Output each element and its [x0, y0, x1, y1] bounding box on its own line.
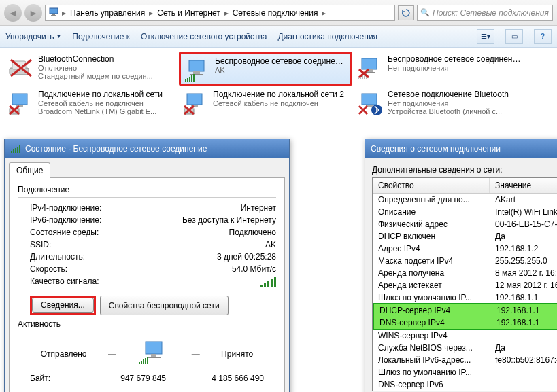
- svg-rect-1: [52, 14, 55, 15]
- sent-label: Отправлено: [41, 349, 87, 359]
- dialog-titlebar[interactable]: Сведения о сетевом подключении ✕: [365, 139, 557, 158]
- prop-cell: DNS-сервер IPv6: [373, 379, 490, 390]
- lan-icon: [7, 90, 34, 117]
- bytes-label: Байт:: [30, 374, 84, 383]
- table-row[interactable]: Адрес IPv4192.168.1.2: [373, 243, 557, 255]
- col-value[interactable]: Значение: [490, 178, 557, 193]
- nav-back-button[interactable]: ◄: [4, 4, 22, 22]
- nav-fwd-button[interactable]: ►: [24, 4, 42, 22]
- refresh-button[interactable]: [398, 5, 414, 20]
- table-row[interactable]: DNS-сервер IPv6: [373, 378, 557, 391]
- table-row[interactable]: Шлюз по умолчанию IP...192.168.1.1: [373, 291, 557, 304]
- crumb-connections[interactable]: Сетевые подключения: [231, 8, 320, 18]
- conn-bt-net[interactable]: Сетевое подключение Bluetooth Нет подклю…: [354, 87, 527, 121]
- diagnose-button[interactable]: Диагностика подключения: [277, 32, 377, 41]
- svg-rect-11: [187, 78, 188, 82]
- disable-device-button[interactable]: Отключение сетевого устройства: [141, 32, 267, 41]
- table-row[interactable]: DHCP включенДа: [373, 230, 557, 243]
- wifi-properties-button[interactable]: Свойства беспроводной сети: [100, 296, 229, 315]
- svg-rect-0: [50, 8, 58, 14]
- signal-label: Качество сигнала:: [30, 277, 99, 287]
- table-row[interactable]: Локальный IPv6-адрес...fe80::b502:8167:4…: [373, 354, 557, 366]
- svg-rect-45: [146, 342, 162, 354]
- conn-wifi-2[interactable]: Беспроводное сетевое соединение 2 Нет по…: [354, 52, 527, 86]
- group-activity: Активность: [18, 319, 276, 329]
- svg-rect-46: [151, 354, 156, 357]
- table-row[interactable]: DNS-сервер IPv4192.168.1.1: [374, 317, 557, 329]
- svg-rect-7: [189, 60, 204, 71]
- dialog-title: Состояние - Беспроводное сетевое соедине…: [25, 144, 207, 154]
- svg-rect-8: [193, 71, 200, 74]
- prop-cell: Аренда получена: [373, 268, 490, 279]
- bytes-sent: 947 679 845: [84, 374, 166, 383]
- conn-lan-2[interactable]: Подключение по локальной сети 2 Сетевой …: [179, 87, 352, 121]
- prop-cell: DNS-сервер IPv4: [374, 317, 491, 328]
- svg-rect-49: [141, 361, 142, 364]
- breadcrumb[interactable]: ▸ Панель управления ▸ Сеть и Интернет ▸ …: [45, 5, 395, 21]
- svg-rect-13: [191, 75, 192, 82]
- svg-rect-9: [190, 74, 203, 75]
- conn-status: Нет подключения: [388, 64, 524, 72]
- table-row[interactable]: Маска подсети IPv4255.255.255.0: [373, 255, 557, 267]
- conn-lan[interactable]: Подключение по локальной сети Сетевой ка…: [4, 87, 178, 121]
- table-row[interactable]: ОписаниеIntel(R) WiFi Link 5150: [373, 206, 557, 218]
- organize-menu[interactable]: Упорядочить▼: [5, 32, 61, 41]
- svg-rect-51: [145, 358, 146, 364]
- conn-bluetooth[interactable]: BluetoothConnection Отключено Стандартны…: [4, 52, 178, 86]
- duration-value: 3 дней 00:25:28: [217, 252, 276, 262]
- prop-cell: Физический адрес: [373, 219, 490, 230]
- val-cell: Да: [490, 231, 557, 242]
- svg-rect-41: [13, 149, 14, 153]
- chevron-right-icon: ▸: [62, 8, 66, 18]
- crumb-network[interactable]: Сеть и Интернет: [156, 8, 221, 18]
- bytes-recv: 4 185 666 490: [166, 374, 264, 383]
- help-button[interactable]: ?: [534, 29, 552, 44]
- chevron-right-icon: ▸: [224, 8, 229, 18]
- preview-pane-button[interactable]: ▭: [505, 29, 523, 44]
- table-row[interactable]: Определенный для по...AKart: [373, 194, 557, 206]
- val-cell: 192.168.1.1: [490, 292, 557, 303]
- status-dialog: Состояние - Беспроводное сетевое соедине…: [4, 139, 290, 392]
- chevron-right-icon: ▸: [322, 8, 326, 18]
- svg-rect-52: [147, 357, 148, 364]
- tab-general[interactable]: Общие: [9, 162, 50, 178]
- prop-cell: Описание: [373, 207, 490, 217]
- val-cell: 12 мая 2012 г. 16:39:25: [490, 280, 557, 291]
- val-cell: [490, 379, 557, 390]
- conn-wifi[interactable]: Беспроводное сетевое соединение AK: [179, 52, 352, 86]
- svg-rect-35: [362, 94, 377, 105]
- conn-name: Беспроводное сетевое соединение: [215, 56, 348, 66]
- conn-device: Стандартный модем по соедин...: [38, 72, 175, 80]
- table-row[interactable]: Аренда истекает12 мая 2012 г. 16:39:25: [373, 279, 557, 291]
- conn-name: BluetoothConnection: [38, 54, 175, 64]
- val-cell: Intel(R) WiFi Link 5150: [490, 207, 557, 217]
- conn-name: Подключение по локальной сети 2: [213, 90, 350, 99]
- svg-rect-14: [193, 74, 195, 82]
- val-cell: Да: [490, 342, 557, 353]
- connect-to-button[interactable]: Подключение к: [72, 32, 130, 41]
- ipv4-label: IPv4-подключение:: [30, 203, 101, 213]
- col-property[interactable]: Свойство: [373, 178, 490, 193]
- table-row[interactable]: DHCP-сервер IPv4192.168.1.1: [374, 304, 557, 317]
- table-row[interactable]: Аренда получена8 мая 2012 г. 16:53:55: [373, 267, 557, 279]
- dialog-titlebar[interactable]: Состояние - Беспроводное сетевое соедине…: [5, 139, 289, 158]
- search-input[interactable]: Поиск: Сетевые подключения: [417, 5, 553, 21]
- table-row[interactable]: Физический адрес00-16-EB-15-C7-5C: [373, 218, 557, 230]
- val-cell: 8 мая 2012 г. 16:53:55: [490, 268, 557, 279]
- conn-status: Отключено: [38, 64, 175, 72]
- view-mode-button[interactable]: ☰▾: [477, 29, 494, 44]
- table-row[interactable]: WINS-сервер IPv4: [373, 329, 557, 342]
- svg-rect-12: [189, 77, 190, 82]
- svg-rect-48: [139, 362, 140, 364]
- prop-cell: Адрес IPv4: [373, 243, 490, 254]
- conn-device: Устройства Bluetooth (личной с...: [388, 107, 524, 115]
- table-row[interactable]: Шлюз по умолчанию IP...: [373, 366, 557, 378]
- crumb-control-panel[interactable]: Панель управления: [69, 8, 146, 18]
- prop-cell: Шлюз по умолчанию IP...: [373, 367, 490, 378]
- group-connection: Подключение: [18, 185, 276, 194]
- svg-rect-42: [15, 148, 16, 153]
- details-button[interactable]: Сведения...: [32, 298, 94, 313]
- prop-cell: DHCP включен: [373, 231, 490, 242]
- table-row[interactable]: Служба NetBIOS через...Да: [373, 342, 557, 354]
- val-cell: [490, 330, 557, 341]
